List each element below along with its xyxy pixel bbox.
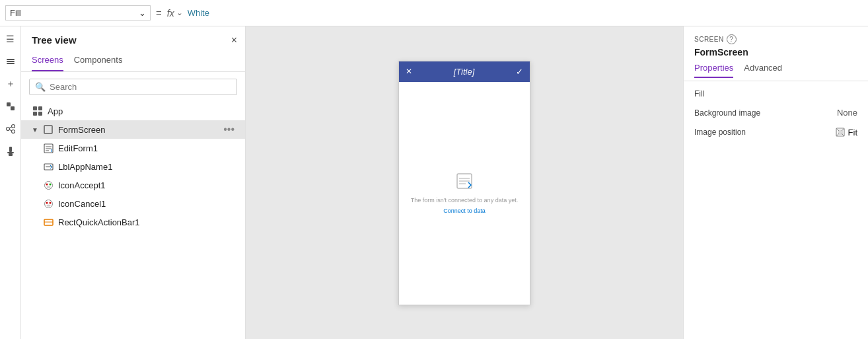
search-icon: 🔍 [35,82,46,92]
tree-view-header: Tree view × [21,26,245,51]
icon-cancel [42,198,54,209]
tree-view-close-button[interactable]: × [231,35,237,46]
tree-view-tabs: Screens Components [21,51,245,72]
icon-accept [42,179,54,191]
fill-property-selector[interactable]: Fill ⌄ [5,5,151,20]
svg-point-5 [6,128,9,131]
svg-point-26 [49,183,51,185]
mobile-close-icon[interactable]: ✕ [406,67,412,76]
tab-properties[interactable]: Properties [694,63,733,78]
props-panel-header: SCREEN ? FormScreen Properties Advanced [684,26,868,81]
formula-value[interactable]: White [188,8,209,18]
svg-point-25 [46,183,48,185]
tree-view-panel: Tree view × Screens Components 🔍 [21,26,246,339]
svg-point-29 [46,202,48,204]
tab-advanced[interactable]: Advanced [744,63,782,78]
mobile-body: The form isn't connected to any data yet… [399,82,530,305]
iconcancel1-label: IconCancel1 [58,199,237,209]
tree-item-app[interactable]: App [21,102,245,120]
rect-icon [42,216,54,228]
svg-rect-12 [9,153,13,156]
mobile-header: ✕ [Title] ✓ [399,61,530,82]
svg-point-7 [11,130,15,133]
help-icon[interactable]: ? [727,34,737,44]
editform1-label: EditForm1 [58,143,237,153]
image-position-field: Image position Fit [694,127,857,137]
rectquickactionbar1-label: RectQuickActionBar1 [58,217,237,227]
tree-item-lblappname1[interactable]: LblAppName1 [21,157,245,176]
svg-line-9 [9,130,12,131]
mobile-preview: ✕ [Title] ✓ The form isn't connected to … [398,61,530,305]
mobile-title: [Title] [454,67,475,77]
image-position-value[interactable]: Fit [848,128,857,137]
svg-rect-3 [7,102,11,106]
top-bar: Fill ⌄ = fx ⌄ White [0,0,868,26]
background-image-field: Background image None [694,108,857,118]
form-placeholder-icon [455,172,474,194]
connect-icon[interactable] [3,122,18,136]
svg-point-27 [46,186,50,188]
tab-screens[interactable]: Screens [32,51,63,71]
app-icon [32,105,44,117]
svg-rect-10 [9,147,12,152]
equals-sign: = [156,7,162,19]
chevron-down-icon: ▼ [32,126,38,133]
fill-row: Fill [694,89,857,98]
svg-rect-2 [7,63,15,64]
screen-name: FormScreen [694,47,857,57]
main-layout: ☰ ＋ [0,26,868,339]
icon-rail: ☰ ＋ [0,26,21,339]
screen-icon [42,124,54,135]
mobile-connect-link[interactable]: Connect to data [443,207,486,214]
svg-point-30 [49,202,51,204]
background-image-row: Background image None [694,108,857,118]
svg-point-28 [44,200,52,207]
svg-rect-15 [33,112,37,116]
svg-rect-16 [38,112,42,116]
canvas-area[interactable]: ✕ [Title] ✓ The form isn't connected to … [246,26,683,339]
formscreen-label: FormScreen [58,125,217,135]
tree-items-list: App ▼ FormScreen ••• [21,102,245,339]
tab-components[interactable]: Components [74,51,123,71]
formscreen-more-button[interactable]: ••• [221,124,237,135]
properties-tabs: Properties Advanced [694,63,857,78]
tree-item-iconaccept1[interactable]: IconAccept1 [21,176,245,194]
tree-search-box[interactable]: 🔍 [29,79,237,95]
svg-rect-11 [7,152,14,153]
mobile-placeholder-text: The form isn't connected to any data yet… [411,196,518,205]
tree-item-formscreen[interactable]: ▼ FormScreen ••• [21,120,245,139]
fx-arrow: ⌄ [176,9,182,17]
tree-item-rectquickactionbar1[interactable]: RectQuickActionBar1 [21,213,245,231]
image-position-label: Image position [694,128,746,137]
image-position-row: Image position Fit [694,127,857,137]
search-input[interactable] [50,82,231,92]
properties-panel: SCREEN ? FormScreen Properties Advanced … [683,26,868,339]
background-image-value[interactable]: None [837,108,857,118]
fill-label: Fill [694,89,857,98]
tree-item-editform1[interactable]: EditForm1 [21,139,245,157]
plus-icon[interactable]: ＋ [3,77,18,91]
mobile-check-icon[interactable]: ✓ [516,67,523,77]
app-label: App [48,106,237,116]
svg-rect-4 [11,106,15,110]
iconaccept1-label: IconAccept1 [58,180,237,190]
svg-line-8 [9,127,12,128]
fit-icon [835,127,846,137]
hamburger-icon[interactable]: ☰ [3,32,18,46]
tree-item-iconcancel1[interactable]: IconCancel1 [21,194,245,213]
svg-rect-14 [38,106,42,110]
screen-label: SCREEN ? [694,34,857,44]
fx-button[interactable]: fx ⌄ [167,8,182,19]
layers-icon[interactable] [3,54,18,69]
svg-rect-13 [33,106,37,110]
svg-point-24 [44,181,52,189]
background-image-label: Background image [694,108,760,118]
svg-rect-17 [44,126,52,133]
label-icon [42,161,54,172]
image-position-value-row: Fit [835,127,857,137]
tools-icon[interactable] [3,144,18,159]
svg-point-6 [11,125,15,128]
svg-rect-0 [7,59,15,60]
fill-property-label: Fill [10,8,21,18]
shapes-icon[interactable] [3,99,18,114]
